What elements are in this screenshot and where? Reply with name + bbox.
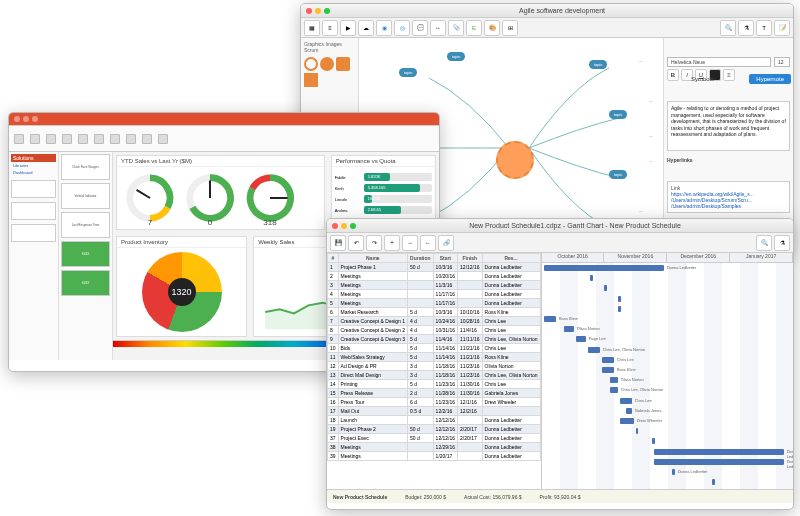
search-button[interactable]: 🔍 [756, 235, 772, 251]
undo-button[interactable]: ↶ [348, 235, 364, 251]
topic-node[interactable]: topic [399, 68, 417, 77]
zoom-icon[interactable] [32, 116, 38, 122]
table-row[interactable]: 39Meetings1/20/17Donna Ledbetter [328, 452, 541, 461]
search-button[interactable]: 🔍 [720, 20, 736, 36]
gantt-bar[interactable] [620, 418, 634, 424]
relationship-button[interactable]: ↔ [430, 20, 446, 36]
save-button[interactable]: 💾 [330, 235, 346, 251]
col-header[interactable]: Duration [408, 254, 434, 263]
titlebar[interactable] [9, 113, 439, 126]
close-icon[interactable] [14, 116, 20, 122]
bold-button[interactable]: B [667, 69, 679, 81]
add-task-button[interactable]: ＋ [384, 235, 400, 251]
symbols-tab[interactable]: Symbols [684, 74, 721, 84]
table-row[interactable]: 4Meetings11/17/16Donna Ledbetter [328, 290, 541, 299]
theme-button[interactable]: 🎨 [484, 20, 500, 36]
table-row[interactable]: 6Market Research5 d10/3/1610/10/16Ross K… [328, 308, 541, 317]
table-row[interactable]: 8Creative Concept & Design 24 d10/31/161… [328, 326, 541, 335]
close-icon[interactable] [306, 8, 312, 14]
format-button[interactable] [156, 130, 170, 148]
attach-button[interactable]: 📎 [448, 20, 464, 36]
gantt-bar[interactable] [544, 265, 664, 271]
table-row[interactable]: 11Web/Sales Strategy5 d11/14/1611/21/16R… [328, 353, 541, 362]
leaf-node[interactable]: — [649, 133, 653, 138]
gantt-chart[interactable]: October 2016November 2016December 2016Ja… [541, 253, 793, 489]
gantt-bar[interactable] [636, 428, 638, 434]
titlebar[interactable]: Agile software development [301, 4, 793, 18]
evernote-button[interactable]: E [466, 20, 482, 36]
gantt-bar[interactable] [652, 438, 655, 444]
lib-item[interactable]: Vertical Indicator [61, 183, 110, 209]
gantt-bar[interactable] [590, 275, 593, 281]
table-row[interactable]: 15Press Release2 d11/28/1611/30/16Gabrie… [328, 389, 541, 398]
topic-button[interactable]: ◉ [376, 20, 392, 36]
zoom-icon[interactable] [324, 8, 330, 14]
font-select[interactable]: Helvetica Neue [667, 57, 771, 67]
center-node[interactable] [496, 141, 534, 179]
lib-item[interactable]: XLSX [61, 270, 110, 296]
gantt-bar[interactable] [626, 408, 632, 414]
leaf-node[interactable]: — [639, 58, 643, 63]
minimize-icon[interactable] [341, 223, 347, 229]
gantt-bar[interactable] [712, 479, 715, 485]
table-row[interactable]: 9Creative Concept & Design 35 d11/4/1611… [328, 335, 541, 344]
table-row[interactable]: 18Launch12/12/16Donna Ledbetter [328, 416, 541, 425]
gantt-bar[interactable] [604, 285, 607, 291]
leaf-node[interactable]: — [649, 158, 653, 163]
table-row[interactable]: 13Direct Mail Design3 d11/18/1611/23/16C… [328, 371, 541, 380]
copy-button[interactable] [44, 130, 58, 148]
minimize-icon[interactable] [315, 8, 321, 14]
lib-item[interactable]: XLSX [61, 241, 110, 267]
col-header[interactable]: Start [433, 254, 457, 263]
table-row[interactable]: 16Press Tour6 d11/23/1612/1/16Drew Wheel… [328, 398, 541, 407]
cut-button[interactable] [28, 130, 42, 148]
lib-item[interactable]: Last Response Time [61, 212, 110, 238]
redo-button[interactable] [76, 130, 90, 148]
outline-button[interactable]: ≡ [322, 20, 338, 36]
zoom-icon[interactable] [350, 223, 356, 229]
clock-icon[interactable] [320, 57, 334, 71]
table-row[interactable]: 38Meetings12/29/16Donna Ledbetter [328, 443, 541, 452]
gantt-bar[interactable] [602, 357, 614, 363]
pages-button[interactable]: ▦ [304, 20, 320, 36]
gantt-bar[interactable] [602, 367, 614, 373]
table-row[interactable]: 37Project Exec50 d12/12/162/20/17Donna L… [328, 434, 541, 443]
shapes-button[interactable] [92, 130, 106, 148]
text-button[interactable] [108, 130, 122, 148]
subtopic-button[interactable]: ◎ [394, 20, 410, 36]
gantt-bar[interactable] [620, 398, 632, 404]
gantt-bar[interactable] [654, 449, 784, 455]
target-icon[interactable] [304, 57, 318, 71]
hyperlink[interactable]: /Users/admin/Desktop/Samples [671, 203, 786, 209]
table-row[interactable]: 10Bids5 d11/14/1611/21/16Chris Lee [328, 344, 541, 353]
leaf-node[interactable]: — [639, 208, 643, 213]
note-button[interactable]: 📝 [774, 20, 790, 36]
task-table[interactable]: #NameDurationStartFinishRes...1Project P… [327, 253, 541, 489]
solution-item[interactable]: Libraries [11, 162, 56, 169]
callout-button[interactable]: 💬 [412, 20, 428, 36]
format-button[interactable]: T [756, 20, 772, 36]
paste-button[interactable] [12, 130, 26, 148]
gantt-bar[interactable] [564, 326, 574, 332]
solution-item[interactable]: Dashboard [11, 169, 56, 176]
table-row[interactable]: 19Project Phase 250 d12/12/162/20/17Donn… [328, 425, 541, 434]
lib-item[interactable]: Clock Face Gauges [61, 154, 110, 180]
undo-button[interactable] [60, 130, 74, 148]
list-button[interactable]: ≡ [723, 69, 735, 81]
table-row[interactable]: 5Meetings11/17/16Donna Ledbetter [328, 299, 541, 308]
gantt-bar[interactable] [618, 296, 621, 302]
table-row[interactable]: 12Ad Design & PR3 d11/18/1611/23/16Olivi… [328, 362, 541, 371]
redo-button[interactable]: ↷ [366, 235, 382, 251]
fontsize-select[interactable]: 12 [774, 57, 790, 67]
gantt-bar[interactable] [672, 469, 675, 475]
filter-button[interactable]: ⚗ [774, 235, 790, 251]
outdent-button[interactable]: ← [420, 235, 436, 251]
thumbnail[interactable] [11, 180, 56, 198]
gantt-bar[interactable] [618, 306, 621, 312]
gantt-bar[interactable] [610, 387, 618, 393]
gantt-bar[interactable] [544, 316, 556, 322]
table-row[interactable]: 1Project Phase 150 d10/3/1612/12/16Donna… [328, 263, 541, 272]
gantt-bar[interactable] [654, 459, 784, 465]
table-row[interactable]: 17Mail Out0.5 d12/2/1612/2/16 [328, 407, 541, 416]
hypernote-tab[interactable]: Hypernote [749, 74, 791, 84]
